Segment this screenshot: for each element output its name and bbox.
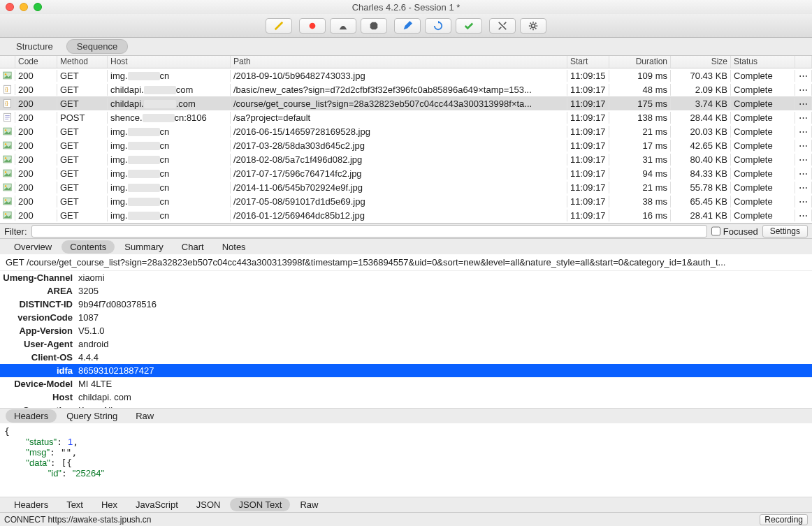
tools-button[interactable] xyxy=(489,18,516,34)
col-duration[interactable]: Duration xyxy=(609,56,671,68)
table-row[interactable]: 200GETimg.cn/2017-07-17/596c764714fc2.jp… xyxy=(0,166,812,180)
detail-tab-summary[interactable]: Summary xyxy=(116,240,172,254)
table-row[interactable]: 200GETimg.cn/2017-03-28/58da303d645c2.jp… xyxy=(0,138,812,152)
table-row[interactable]: 200GETimg.cn/2014-11-06/545b702924e9f.jp… xyxy=(0,180,812,194)
header-row[interactable]: Hostchildapi. com xyxy=(0,390,812,404)
view-tab-sequence[interactable]: Sequence xyxy=(66,39,129,54)
svg-point-18 xyxy=(5,157,6,159)
row-menu-icon[interactable]: ⋯ xyxy=(795,168,812,180)
row-menu-icon[interactable]: ⋯ xyxy=(795,126,812,138)
edit-button[interactable] xyxy=(394,18,421,34)
row-type-icon xyxy=(0,154,15,165)
sub-tab-headers[interactable]: Headers xyxy=(6,409,57,423)
detail-tabs: OverviewContentsSummaryChartNotes xyxy=(0,239,812,254)
col-size[interactable]: Size xyxy=(671,56,731,68)
row-menu-icon[interactable]: ⋯ xyxy=(795,70,812,82)
row-menu-icon[interactable]: ⋯ xyxy=(795,196,812,207)
refresh-button[interactable] xyxy=(425,18,451,34)
col-code[interactable]: Code xyxy=(15,56,57,68)
detail-tab-contents[interactable]: Contents xyxy=(61,240,115,254)
svg-point-4 xyxy=(5,73,6,75)
body-tab-text[interactable]: Text xyxy=(58,498,92,511)
validate-button[interactable] xyxy=(456,18,482,34)
body-tab-headers[interactable]: Headers xyxy=(6,498,57,511)
row-menu-icon[interactable]: ⋯ xyxy=(795,210,812,221)
sub-tab-query-string[interactable]: Query String xyxy=(58,409,126,423)
body-tab-javascript[interactable]: JavaScript xyxy=(127,498,187,511)
svg-point-20 xyxy=(5,171,6,173)
detail-tab-chart[interactable]: Chart xyxy=(173,240,212,254)
view-tabs: StructureSequence xyxy=(0,38,812,56)
table-row[interactable]: 200POSTshence.cn:8106/sa?project=default… xyxy=(0,110,812,124)
svg-point-22 xyxy=(5,185,6,187)
table-header: Code Method Host Path Start Duration Siz… xyxy=(0,56,812,68)
request-sub-tabs: HeadersQuery StringRaw xyxy=(0,408,812,423)
col-host[interactable]: Host xyxy=(108,56,231,68)
filter-label: Filter: xyxy=(4,226,27,237)
detail-tab-overview[interactable]: Overview xyxy=(6,240,60,254)
response-body-tabs: HeadersTextHexJavaScriptJSONJSON TextRaw xyxy=(0,497,812,512)
toolbar xyxy=(0,14,812,38)
settings-button[interactable] xyxy=(520,18,546,34)
row-menu-icon[interactable]: ⋯ xyxy=(795,154,812,166)
row-type-icon xyxy=(0,196,15,207)
header-row[interactable]: Device-ModelMI 4LTE xyxy=(0,377,812,390)
body-tab-raw[interactable]: Raw xyxy=(291,498,326,511)
svg-marker-1 xyxy=(370,22,378,29)
row-type-icon xyxy=(0,168,15,179)
row-type-icon xyxy=(0,126,15,137)
header-row[interactable]: User-Agentandroid xyxy=(0,337,812,351)
col-method[interactable]: Method xyxy=(57,56,108,68)
filter-row: Filter: Focused Settings xyxy=(0,224,812,239)
record-button[interactable] xyxy=(299,18,326,34)
row-menu-icon[interactable]: ⋯ xyxy=(795,84,812,96)
col-status[interactable]: Status xyxy=(731,56,795,68)
header-row[interactable]: AREA3205 xyxy=(0,284,812,298)
request-table: Code Method Host Path Start Duration Siz… xyxy=(0,56,812,224)
row-type-icon xyxy=(0,112,15,123)
table-row[interactable]: 200GETimg.cn/2018-09-10/5b96482743033.jp… xyxy=(0,68,812,82)
statusbar: CONNECT https://awake-stats.jpush.cn Rec… xyxy=(0,512,812,526)
sub-tab-raw[interactable]: Raw xyxy=(127,409,162,423)
stop-button[interactable] xyxy=(361,18,387,34)
table-row[interactable]: {}200GETchildapi.com/basic/new_cates?sig… xyxy=(0,82,812,96)
titlebar: Charles 4.2.6 - Session 1 * xyxy=(0,0,812,14)
row-type-icon xyxy=(0,210,15,221)
body-tab-json[interactable]: JSON xyxy=(188,498,229,511)
header-row[interactable]: App-VersionV5.1.0 xyxy=(0,324,812,337)
window-title: Charles 4.2.6 - Session 1 * xyxy=(0,2,812,13)
col-start[interactable]: Start xyxy=(567,56,609,68)
table-row[interactable]: 200GETimg.cn/2017-05-08/591017d1d5e69.jp… xyxy=(0,194,812,208)
body-tab-hex[interactable]: Hex xyxy=(93,498,126,511)
filter-input[interactable] xyxy=(31,225,707,238)
table-row[interactable]: 200GETimg.cn/2016-06-15/14659728169528.j… xyxy=(0,124,812,138)
table-body[interactable]: 200GETimg.cn/2018-09-10/5b96482743033.jp… xyxy=(0,68,812,223)
focused-checkbox[interactable]: Focused xyxy=(711,225,758,238)
header-row[interactable]: idfa865931021887427 xyxy=(0,364,812,377)
broom-button[interactable] xyxy=(266,18,292,34)
row-type-icon xyxy=(0,70,15,81)
detail-tab-notes[interactable]: Notes xyxy=(214,240,254,254)
row-menu-icon[interactable]: ⋯ xyxy=(795,140,812,152)
table-row[interactable]: 200GETimg.cn/2016-01-12/569464dc85b12.jp… xyxy=(0,208,812,222)
status-left: CONNECT https://awake-stats.jpush.cn xyxy=(4,515,152,525)
table-row[interactable]: 200GETimg.cn/2018-02-08/5a7c1f496d082.jp… xyxy=(0,152,812,166)
headers-pane[interactable]: Umeng-ChannelxiaomiAREA3205DISTINCT-ID9b… xyxy=(0,271,812,408)
row-menu-icon[interactable]: ⋯ xyxy=(795,98,812,110)
response-body[interactable]: { "status": 1, "msg": "", "data": [{ "id… xyxy=(0,423,812,497)
header-row[interactable]: Client-OS4.4.4 xyxy=(0,351,812,364)
throttle-button[interactable] xyxy=(330,18,356,34)
row-menu-icon[interactable]: ⋯ xyxy=(795,112,812,124)
body-tab-json-text[interactable]: JSON Text xyxy=(230,498,290,511)
row-menu-icon[interactable]: ⋯ xyxy=(795,182,812,193)
view-tab-structure[interactable]: Structure xyxy=(6,39,64,54)
header-row[interactable]: DISTINCT-ID9b94f7d080378516 xyxy=(0,298,812,311)
header-row[interactable]: versionCode1087 xyxy=(0,311,812,324)
row-type-icon xyxy=(0,182,15,193)
col-path[interactable]: Path xyxy=(231,56,567,68)
svg-point-14 xyxy=(5,129,6,131)
table-row[interactable]: {}200GETchildapi..com/course/get_course_… xyxy=(0,96,812,110)
header-row[interactable]: Umeng-Channelxiaomi xyxy=(0,271,812,284)
filter-settings-button[interactable]: Settings xyxy=(762,225,808,238)
svg-point-16 xyxy=(5,143,6,145)
